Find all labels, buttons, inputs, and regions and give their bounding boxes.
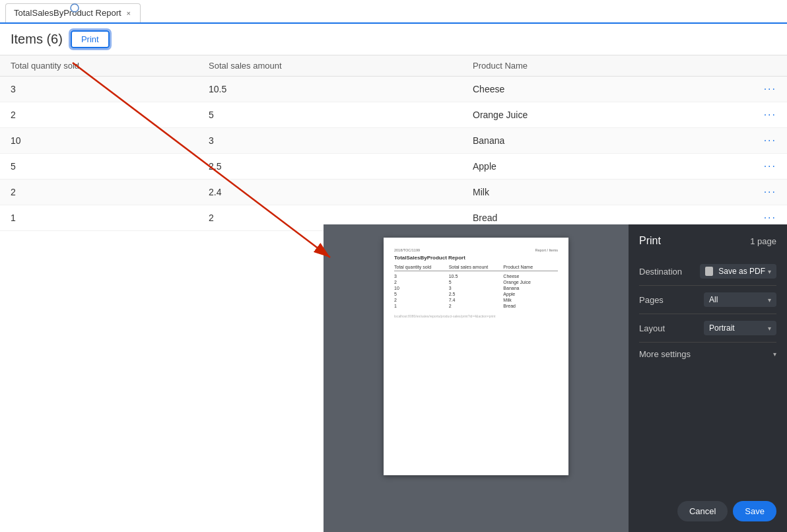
settings-panel: Print 1 page Destination Save as PDF ▾ P… xyxy=(629,224,787,532)
header-row: Items (6) Print xyxy=(0,24,787,55)
chevron-down-icon-more: ▾ xyxy=(773,350,776,358)
cell-qty: 2 xyxy=(11,110,209,120)
tab-totalsalesbyproduct[interactable]: TotalSalesByProduct Report × xyxy=(5,3,141,22)
cell-qty: 2 xyxy=(11,187,209,197)
table-row[interactable]: 10 3 Banana ··· xyxy=(0,128,787,154)
preview-col3: Product Name xyxy=(503,265,558,269)
more-settings-row[interactable]: More settings ▾ xyxy=(639,343,776,366)
table-row[interactable]: 3 10.5 Cheese ··· xyxy=(0,77,787,102)
cell-qty: 5 xyxy=(11,161,209,172)
cell-qty: 3 xyxy=(11,84,209,94)
row-menu-button[interactable]: ··· xyxy=(750,186,776,198)
table-header: Total quantity sold Sotal sales amount P… xyxy=(0,55,787,77)
settings-header: Print 1 page xyxy=(639,235,776,247)
print-dialog-title: Print xyxy=(639,235,661,247)
layout-select[interactable]: Portrait ▾ xyxy=(704,321,776,335)
col-header-amount: Sotal sales amount xyxy=(209,61,473,71)
row-menu-button[interactable]: ··· xyxy=(750,109,776,121)
pages-value: All xyxy=(709,295,718,304)
print-button[interactable]: Print xyxy=(71,30,110,48)
chevron-down-icon-pages: ▾ xyxy=(768,296,771,304)
preview-col1: Total quantity sold xyxy=(394,265,449,269)
cell-qty: 10 xyxy=(11,135,209,146)
destination-select[interactable]: Save as PDF ▾ xyxy=(700,264,776,279)
pages-select[interactable]: All ▾ xyxy=(704,292,776,307)
chevron-down-icon-layout: ▾ xyxy=(768,325,771,332)
tab-close-button[interactable]: × xyxy=(125,8,132,18)
destination-label: Destination xyxy=(639,267,682,277)
preview-url: 2018/TOC/1199 xyxy=(394,248,420,252)
preview-table-row: 103Banana xyxy=(394,285,558,291)
table-row[interactable]: 2 2.4 Milk ··· xyxy=(0,180,787,205)
layout-label: Layout xyxy=(639,323,665,333)
cell-qty: 1 xyxy=(11,213,209,223)
row-menu-button[interactable]: ··· xyxy=(750,135,776,147)
dialog-footer: Cancel Save xyxy=(639,490,776,521)
table-body: 3 10.5 Cheese ··· 2 5 Orange Juice ··· 1… xyxy=(0,77,787,231)
preview-table-row: 25Orange Juice xyxy=(394,279,558,285)
preview-report-items: Report / Items xyxy=(535,248,558,252)
preview-page: 2018/TOC/1199 Report / Items TotalSalesB… xyxy=(384,238,568,475)
preview-table-row: 310.5Cheese xyxy=(394,273,558,279)
preview-rows: 310.5Cheese25Orange Juice103Banana52.5Ap… xyxy=(394,273,558,309)
cell-amount: 2 xyxy=(209,213,473,223)
destination-value: Save as PDF xyxy=(718,267,765,276)
table-row[interactable]: 5 2.5 Apple ··· xyxy=(0,154,787,180)
cell-product: Apple xyxy=(473,161,750,172)
pages-label: Pages xyxy=(639,295,664,305)
preview-table-row: 52.5Apple xyxy=(394,291,558,297)
row-menu-button[interactable]: ··· xyxy=(750,212,776,224)
col-header-product: Product Name xyxy=(473,61,776,71)
cell-product: Cheese xyxy=(473,84,750,94)
layout-row: Layout Portrait ▾ xyxy=(639,314,776,343)
tab-title: TotalSalesByProduct Report xyxy=(14,8,121,18)
top-bar: TotalSalesByProduct Report × xyxy=(0,0,787,24)
preview-table-row: 27.4Milk xyxy=(394,297,558,303)
cell-product: Banana xyxy=(473,135,750,146)
cell-product: Bread xyxy=(473,213,750,223)
pages-row: Pages All ▾ xyxy=(639,286,776,314)
cell-amount: 3 xyxy=(209,135,473,146)
cell-amount: 2.5 xyxy=(209,161,473,172)
row-menu-button[interactable]: ··· xyxy=(750,83,776,95)
preview-col2: Sotal sales amount xyxy=(449,265,504,269)
save-button[interactable]: Save xyxy=(733,501,776,521)
print-preview-area: 2018/TOC/1199 Report / Items TotalSalesB… xyxy=(324,224,629,532)
cancel-button[interactable]: Cancel xyxy=(677,501,728,521)
print-dialog: 2018/TOC/1199 Report / Items TotalSalesB… xyxy=(324,224,787,532)
table-row[interactable]: 2 5 Orange Juice ··· xyxy=(0,102,787,128)
cell-amount: 5 xyxy=(209,110,473,120)
chevron-down-icon: ▾ xyxy=(768,268,771,275)
page-count: 1 page xyxy=(750,236,776,246)
destination-row: Destination Save as PDF ▾ xyxy=(639,257,776,286)
cell-product: Orange Juice xyxy=(473,110,750,120)
preview-meta: 2018/TOC/1199 Report / Items xyxy=(394,248,558,252)
col-header-qty: Total quantity sold xyxy=(11,61,209,71)
more-settings-label: More settings xyxy=(639,349,691,359)
preview-report-title: TotalSalesByProduct Report xyxy=(394,255,558,261)
preview-table-row: 12Bread xyxy=(394,303,558,309)
page-title: Items (6) xyxy=(11,32,63,47)
cell-amount: 2.4 xyxy=(209,187,473,197)
preview-footer: localhost:8080/en/sales/reports/product-… xyxy=(394,314,558,318)
cell-product: Milk xyxy=(473,187,750,197)
preview-table-header: Total quantity sold Sotal sales amount P… xyxy=(394,265,558,271)
layout-value: Portrait xyxy=(709,323,735,333)
cell-amount: 10.5 xyxy=(209,84,473,94)
pdf-icon xyxy=(705,267,713,276)
row-menu-button[interactable]: ··· xyxy=(750,160,776,172)
